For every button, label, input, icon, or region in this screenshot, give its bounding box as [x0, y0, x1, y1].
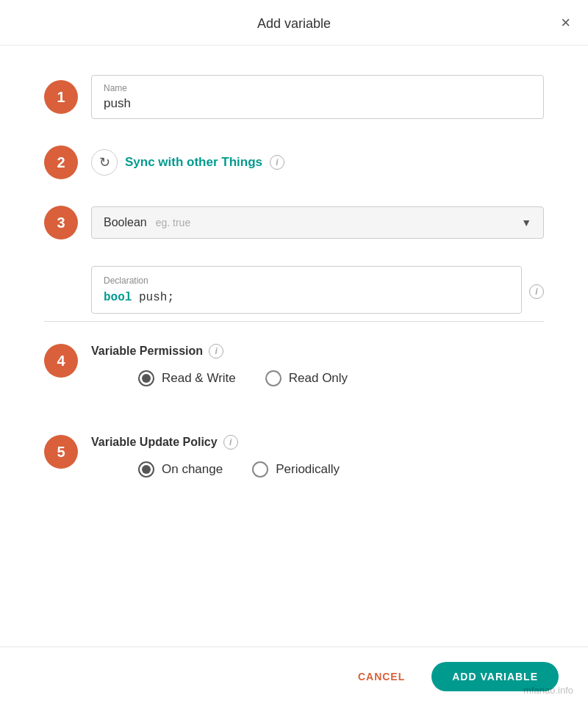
step-1-row: 1 Name [44, 75, 544, 119]
declaration-code: bool push; [104, 291, 174, 304]
update-policy-radio-group: On change Periodically [91, 461, 544, 478]
permission-info-icon[interactable]: i [209, 344, 223, 359]
permission-read-only-option[interactable]: Read Only [265, 370, 348, 386]
step-4-circle: 4 [44, 344, 78, 378]
step-5-circle: 5 [44, 435, 78, 469]
dialog-body: 1 Name 2 ↻ Sync with other Things i [0, 46, 588, 646]
declaration-label: Declaration [104, 275, 509, 286]
dialog-footer: CANCEL ADD VARIABLE [0, 646, 588, 706]
step-1-circle: 1 [44, 80, 78, 114]
close-button[interactable]: × [558, 12, 573, 34]
permission-ro-label: Read Only [289, 371, 348, 386]
permission-rw-radio-inner [142, 374, 151, 383]
declaration-row: Declaration bool push; i [91, 266, 544, 314]
name-input[interactable] [104, 96, 531, 111]
step-4-content: Variable Permission i Read & Write Re [91, 344, 544, 408]
step-3-circle: 3 [44, 206, 78, 239]
sync-label: Sync with other Things [125, 155, 262, 170]
declaration-box: Declaration bool push; [91, 266, 522, 314]
sync-row: ↻ Sync with other Things i [91, 149, 544, 176]
sync-icon: ↻ [99, 154, 110, 170]
declaration-section: Declaration bool push; i [44, 266, 544, 314]
type-select-left: Boolean eg. true [104, 216, 190, 229]
name-label: Name [104, 83, 531, 93]
cancel-button[interactable]: CANCEL [346, 663, 417, 690]
type-placeholder: eg. true [156, 217, 190, 228]
dialog-title: Add variable [257, 16, 331, 32]
update-policy-onchange-radio-inner [142, 465, 151, 474]
step-2-content: ↻ Sync with other Things i [91, 149, 544, 176]
update-policy-onchange-option[interactable]: On change [138, 461, 223, 478]
step-3-content: Boolean eg. true ▼ [91, 206, 544, 239]
declaration-keyword: bool [104, 291, 132, 304]
step-4-row: 4 Variable Permission i Read & Write [44, 344, 544, 408]
permission-read-write-option[interactable]: Read & Write [138, 370, 236, 386]
update-policy-periodic-label: Periodically [276, 462, 340, 477]
update-policy-periodic-option[interactable]: Periodically [252, 461, 340, 478]
permission-header: Variable Permission i [91, 344, 544, 359]
section-divider [44, 321, 544, 322]
step-5-row: 5 Variable Update Policy i On change [44, 435, 544, 500]
permission-ro-radio[interactable] [265, 370, 282, 386]
permission-rw-radio[interactable] [138, 370, 154, 386]
step-2-circle: 2 [44, 145, 78, 179]
add-variable-button[interactable]: ADD VARIABLE [431, 662, 559, 691]
permission-rw-label: Read & Write [162, 371, 236, 386]
permission-section: Variable Permission i Read & Write Re [91, 344, 544, 386]
permission-title: Variable Permission [91, 345, 203, 358]
dialog-header: Add variable × [0, 0, 588, 46]
update-policy-periodic-radio[interactable] [252, 461, 268, 478]
step-2-row: 2 ↻ Sync with other Things i [44, 145, 544, 179]
sync-info-icon[interactable]: i [270, 155, 284, 170]
update-policy-section: Variable Update Policy i On change Pe [91, 435, 544, 478]
step-3-row: 3 Boolean eg. true ▼ [44, 206, 544, 239]
step-1-content: Name [91, 75, 544, 119]
update-policy-onchange-radio[interactable] [138, 461, 154, 478]
declaration-info: i [529, 266, 544, 314]
add-variable-dialog: Add variable × 1 Name 2 ↻ Sync wit [0, 0, 588, 706]
chevron-down-icon: ▼ [521, 217, 531, 228]
update-policy-header: Variable Update Policy i [91, 435, 544, 450]
name-input-wrapper: Name [91, 75, 544, 119]
declaration-variable: push; [132, 291, 174, 304]
update-policy-info-icon[interactable]: i [223, 435, 238, 450]
permission-radio-group: Read & Write Read Only [91, 370, 544, 386]
update-policy-title: Variable Update Policy [91, 436, 218, 449]
step-5-content: Variable Update Policy i On change Pe [91, 435, 544, 500]
type-label: Boolean [104, 216, 147, 229]
declaration-info-icon[interactable]: i [529, 284, 544, 299]
type-select[interactable]: Boolean eg. true ▼ [91, 206, 544, 239]
sync-icon-button[interactable]: ↻ [91, 149, 118, 176]
update-policy-onchange-label: On change [162, 462, 223, 477]
